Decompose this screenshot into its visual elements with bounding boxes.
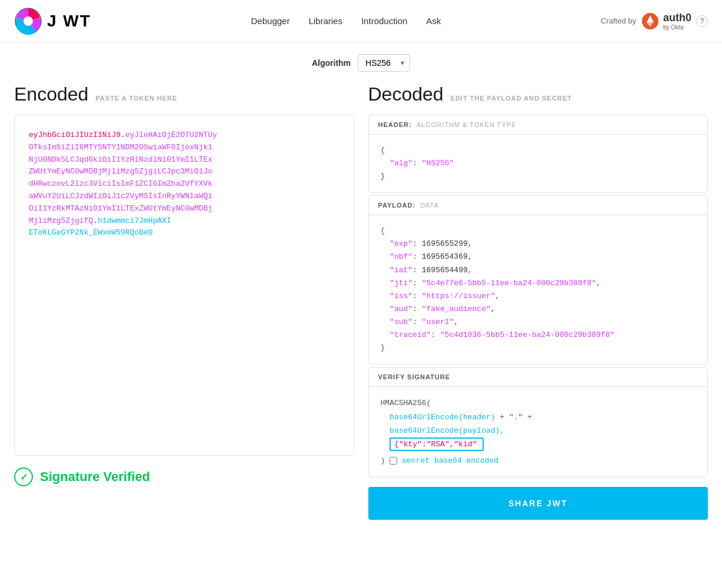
verify-label: VERIFY SIGNATURE [378, 373, 451, 380]
encoded-panel: Encoded PASTE A TOKEN HERE eyJhbGciOiJIU… [14, 83, 368, 520]
payload-sublabel: DATA [420, 202, 439, 209]
header-close-brace: } [381, 172, 385, 181]
svg-point-1 [24, 16, 33, 26]
secret-input[interactable] [390, 437, 484, 451]
signature-verified-label: Signature Verified [40, 469, 150, 485]
header-open-brace: { [381, 146, 385, 155]
auth0-logo: auth0 by Okta [641, 12, 691, 31]
payload-section-header: PAYLOAD: DATA [369, 196, 708, 215]
decoded-subtitle: EDIT THE PAYLOAD AND SECRET [451, 95, 572, 102]
header-colon: : [412, 159, 422, 168]
logo-area: J WT [14, 7, 91, 35]
header-content[interactable]: { "alg": "HS256" } [369, 135, 708, 192]
jwt-logo-icon [14, 7, 42, 35]
auth0-icon [641, 12, 660, 31]
base64-label[interactable]: secret base64 encoded [402, 454, 498, 467]
encoded-title-text: Encoded [14, 83, 88, 105]
algorithm-bar: Algorithm HS256 RS256 PS256 ES256 none [0, 42, 722, 83]
token-header: eyJhbGciOiJIUzI1NiJ9 [29, 131, 121, 139]
secret-checkbox-row: ) secret base64 encoded [381, 454, 696, 467]
token-payload: eyJleHAiOjE2OTU2NTUyOTksIm5iZiI6MTY5NTY1… [29, 131, 217, 225]
auth0-name: auth0 [663, 12, 691, 24]
header-sublabel: ALGORITHM & TOKEN TYPE [417, 121, 517, 128]
decoded-panel: Decoded EDIT THE PAYLOAD AND SECRET HEAD… [368, 83, 708, 520]
check-icon: ✓ [14, 467, 33, 486]
base64-checkbox[interactable] [390, 457, 397, 465]
header-alg-val: "HS256" [422, 159, 454, 168]
header-label: HEADER: [378, 121, 412, 128]
base64-payload: base64UrlEncode(payload), [390, 426, 504, 435]
help-button[interactable]: ? [696, 15, 708, 27]
verify-content: HMACSHA256( base64UrlEncode(header) + ".… [369, 387, 708, 477]
share-jwt-button[interactable]: SHARE JWT [368, 487, 708, 520]
header-section: HEADER: ALGORITHM & TOKEN TYPE { "alg": … [368, 115, 708, 193]
dot-2: . [93, 216, 98, 225]
dot-1: . [121, 131, 125, 139]
crafted-by-label: Crafted by [601, 16, 636, 25]
decoded-title: Decoded EDIT THE PAYLOAD AND SECRET [368, 83, 708, 105]
header-section-header: HEADER: ALGORITHM & TOKEN TYPE [369, 115, 708, 135]
hmac-func: HMACSHA256( [381, 399, 431, 407]
verify-header: VERIFY SIGNATURE [369, 368, 708, 387]
payload-label: PAYLOAD: [378, 202, 416, 209]
main-content: Encoded PASTE A TOKEN HERE eyJhbGciOiJIU… [0, 83, 722, 543]
logo-text: J WT [47, 12, 91, 31]
plus-op: + "." + [500, 413, 532, 422]
token-textarea[interactable]: eyJhbGciOiJIUzI1NiJ9.eyJleHAiOjE2OTU2NTU… [14, 115, 354, 456]
nav-debugger[interactable]: Debugger [251, 14, 290, 28]
main-nav: Debugger Libraries Introduction Ask [251, 14, 441, 28]
signature-verified: ✓ Signature Verified [14, 456, 354, 486]
nav-ask[interactable]: Ask [426, 14, 441, 28]
payload-section: PAYLOAD: DATA { "exp": 1695655299, "nbf"… [368, 195, 708, 365]
algorithm-select[interactable]: HS256 RS256 PS256 ES256 none [358, 54, 410, 72]
header-alg-key: "alg" [390, 159, 412, 168]
auth0-badge: auth0 by Okta [663, 12, 691, 31]
crafted-by-area: Crafted by auth0 by Okta ? [601, 12, 708, 31]
encoded-subtitle: PASTE A TOKEN HERE [95, 95, 177, 102]
close-paren: ) [381, 454, 385, 467]
nav-libraries[interactable]: Libraries [308, 14, 342, 28]
base64-header: base64UrlEncode(header) [390, 413, 495, 422]
payload-content[interactable]: { "exp": 1695655299, "nbf": 1695654369, … [369, 215, 708, 364]
algorithm-select-wrapper[interactable]: HS256 RS256 PS256 ES256 none [358, 54, 410, 72]
auth0-sub: by Okta [663, 24, 683, 31]
decoded-title-text: Decoded [368, 83, 444, 105]
algorithm-label: Algorithm [312, 58, 351, 68]
encoded-title: Encoded PASTE A TOKEN HERE [14, 83, 354, 105]
verify-section: VERIFY SIGNATURE HMACSHA256( base64UrlEn… [368, 367, 708, 477]
app-header: J WT Debugger Libraries Introduction Ask… [0, 0, 722, 42]
nav-introduction[interactable]: Introduction [361, 14, 407, 28]
